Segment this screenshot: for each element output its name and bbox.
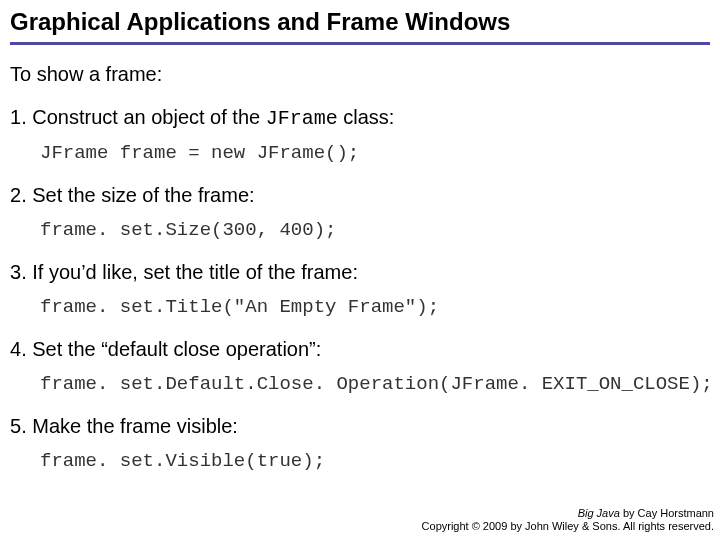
list-item: If you’d like, set the title of the fram… <box>10 259 710 318</box>
step-text-post: class: <box>338 106 395 128</box>
steps-list: Construct an object of the JFrame class:… <box>10 104 710 472</box>
list-item: Set the size of the frame: frame. set.Si… <box>10 182 710 241</box>
code-line: JFrame frame = new JFrame(); <box>10 142 710 164</box>
byline: by Cay Horstmann <box>620 507 714 519</box>
step-text: Set the size of the frame: <box>10 182 710 209</box>
code-line: frame. set.Visible(true); <box>10 450 710 472</box>
slide-title: Graphical Applications and Frame Windows <box>10 8 710 45</box>
list-item: Make the frame visible: frame. set.Visib… <box>10 413 710 472</box>
step-text-pre: If you’d like, set the title of the fram… <box>32 261 358 283</box>
step-text-pre: Construct an object of the <box>32 106 265 128</box>
footer: Big Java by Cay Horstmann Copyright © 20… <box>422 507 714 535</box>
code-line: frame. set.Size(300, 400); <box>10 219 710 241</box>
step-text-pre: Set the size of the frame: <box>32 184 254 206</box>
code-line: frame. set.Default.Close. Operation(JFra… <box>10 373 710 395</box>
step-text-pre: Make the frame visible: <box>32 415 238 437</box>
list-item: Set the “default close operation”: frame… <box>10 336 710 395</box>
footer-line2: Copyright © 2009 by John Wiley & Sons. A… <box>422 520 714 534</box>
step-text: If you’d like, set the title of the fram… <box>10 259 710 286</box>
step-text: Make the frame visible: <box>10 413 710 440</box>
inline-code: JFrame <box>266 107 338 130</box>
intro-text: To show a frame: <box>10 63 710 86</box>
step-text: Construct an object of the JFrame class: <box>10 104 710 132</box>
footer-line1: Big Java by Cay Horstmann <box>422 507 714 521</box>
code-line: frame. set.Title("An Empty Frame"); <box>10 296 710 318</box>
slide: Graphical Applications and Frame Windows… <box>0 0 720 540</box>
step-text-pre: Set the “default close operation”: <box>32 338 321 360</box>
book-title: Big Java <box>578 507 620 519</box>
step-text: Set the “default close operation”: <box>10 336 710 363</box>
list-item: Construct an object of the JFrame class:… <box>10 104 710 164</box>
